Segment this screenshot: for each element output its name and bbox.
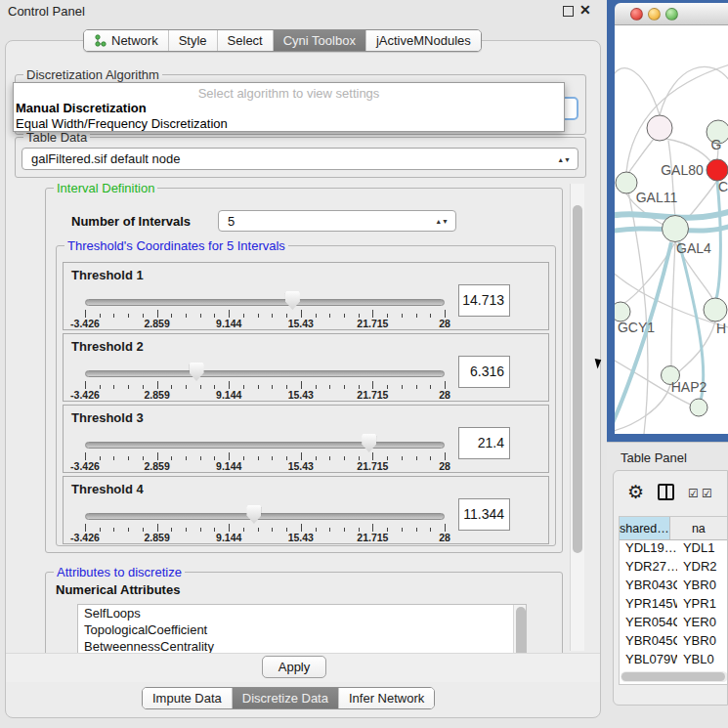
minimize-traffic-light-icon[interactable] — [648, 8, 661, 21]
table-data-group-label: Table Data — [23, 130, 90, 145]
network-node-label: HAP2 — [671, 379, 707, 395]
number-of-intervals-value: 5 — [228, 214, 235, 229]
network-canvas[interactable]: GAL80GCGAL11GAL4GCY1HHAP2 — [615, 25, 728, 434]
slider-scale-labels: -3.4262.8599.14415.4321.71528 — [85, 460, 445, 472]
network-node[interactable] — [647, 115, 672, 141]
apply-button[interactable]: Apply — [262, 656, 326, 678]
tab-infer-network[interactable]: Infer Network — [339, 688, 434, 708]
network-node[interactable] — [663, 216, 689, 242]
table-cell[interactable]: YER0 — [677, 615, 728, 633]
table-row[interactable]: YPR145WYPR1 — [620, 596, 728, 615]
algorithm-popup-placeholder: Select algorithm to view settings — [14, 86, 564, 101]
slider-ticks — [85, 524, 445, 532]
table-cell[interactable]: YBL0 — [677, 652, 728, 670]
network-node[interactable] — [690, 399, 707, 416]
tab-style[interactable]: Style — [169, 30, 218, 51]
attributes-list-scrollbar[interactable] — [513, 605, 526, 653]
table-header-row: shared… na — [620, 517, 728, 540]
table-cell[interactable]: YBR0 — [677, 578, 728, 596]
column-header-name[interactable]: na — [670, 517, 728, 539]
number-of-intervals-combobox[interactable]: 5 ▲▼ — [218, 210, 456, 232]
close-traffic-light-icon[interactable] — [630, 8, 643, 21]
tab-jactivemnodules[interactable]: jActiveMNodules — [366, 30, 481, 51]
split-columns-icon[interactable] — [658, 484, 674, 500]
threshold-3-box: Threshold 3-3.4262.8599.14415.4321.71528… — [63, 405, 549, 473]
gear-icon[interactable]: ⚙ — [627, 483, 644, 501]
network-node[interactable] — [704, 298, 727, 321]
slider-scale-labels: -3.4262.8599.14415.4321.71528 — [85, 318, 445, 329]
attribute-list-item[interactable]: TopologicalCoefficient — [78, 621, 526, 638]
network-window-titlebar[interactable] — [615, 3, 728, 25]
network-view-window: GAL80GCGAL11GAL4GCY1HHAP2 — [607, 0, 728, 442]
close-icon[interactable]: ✕ — [579, 2, 591, 18]
slider-track[interactable] — [85, 299, 445, 306]
numerical-attributes-label: Numerical Attributes — [56, 582, 180, 597]
table-cell[interactable]: YDR2 — [677, 559, 728, 578]
table-row[interactable]: YER054CYER0 — [620, 615, 728, 633]
tab-select[interactable]: Select — [218, 30, 274, 51]
table-cell[interactable]: YBL079W — [620, 652, 677, 670]
network-node-label: GAL4 — [676, 240, 711, 256]
table-row[interactable]: YBR043CYBR0 — [620, 578, 728, 596]
algorithm-dropdown-popup: Select algorithm to view settings Manual… — [13, 82, 565, 132]
threshold-value-field[interactable]: 11.344 — [458, 498, 510, 531]
network-icon — [94, 34, 107, 47]
slider-track[interactable] — [85, 370, 445, 377]
checkbox-icon[interactable]: ☑ — [688, 487, 699, 500]
table-cell[interactable]: YPR145W — [620, 596, 677, 615]
table-cell[interactable]: YBR0 — [677, 633, 728, 652]
table-cell[interactable]: YBR043C — [620, 578, 677, 596]
slider-thumb[interactable] — [246, 505, 261, 524]
control-panel: Control Panel ✕ Network Style Select Cyn… — [0, 0, 607, 728]
attribute-list-item[interactable]: SelfLoops — [78, 605, 526, 621]
threshold-value-field[interactable]: 21.4 — [458, 427, 510, 459]
network-node[interactable] — [616, 172, 637, 193]
slider-ticks — [85, 381, 445, 389]
table-cell[interactable]: YDR27… — [620, 559, 677, 578]
table-row[interactable]: YBR045CYBR0 — [620, 633, 728, 652]
table-row[interactable]: YDL19…YDL1 — [620, 540, 728, 559]
table-data-combobox[interactable]: galFiltered.sif default node ▲▼ — [21, 148, 578, 170]
table-cell[interactable]: YDL19… — [620, 540, 677, 559]
table-cell[interactable]: YER054C — [620, 615, 677, 633]
thresholds-group-label: Threshold's Coordinates for 5 Intervals — [64, 238, 288, 253]
tab-discretize-data[interactable]: Discretize Data — [233, 688, 339, 708]
slider-scale-labels: -3.4262.8599.14415.4321.71528 — [85, 389, 445, 401]
table-panel-titlebar: Table Panel — [607, 442, 728, 470]
threshold-value-field[interactable]: 14.713 — [458, 284, 510, 317]
table-cell[interactable]: YPR1 — [677, 596, 728, 615]
node-table: shared… na YDL19…YDL1YDR27…YDR2YBR043CYB… — [619, 516, 728, 685]
slider-thumb[interactable] — [285, 291, 300, 310]
zoom-traffic-light-icon[interactable] — [665, 8, 678, 21]
column-header-shared-name[interactable]: shared… — [620, 517, 670, 539]
table-horizontal-scrollbar[interactable] — [621, 671, 728, 682]
slider-thumb[interactable] — [190, 363, 204, 381]
tab-cyni-toolbox[interactable]: Cyni Toolbox — [274, 30, 366, 51]
tab-network[interactable]: Network — [84, 30, 169, 51]
slider-thumb[interactable] — [362, 434, 376, 452]
algorithm-option-manual[interactable]: Manual Discretization — [14, 101, 564, 116]
attribute-list-item[interactable]: BetweennessCentrality — [78, 638, 526, 653]
table-cell[interactable]: YDL1 — [677, 540, 728, 559]
tab-impute-data[interactable]: Impute Data — [143, 688, 233, 708]
slider-track[interactable] — [85, 442, 445, 449]
slider-track[interactable] — [85, 513, 445, 520]
checkbox-icon[interactable]: ☑ — [702, 487, 712, 500]
network-node[interactable] — [707, 159, 728, 181]
control-panel-title: Control Panel — [8, 4, 85, 19]
table-row[interactable]: YDR27…YDR2 — [620, 559, 728, 578]
slider-scale-labels: -3.4262.8599.14415.4321.71528 — [85, 532, 445, 543]
discretization-algorithm-group-label: Discretization Algorithm — [23, 67, 162, 82]
threshold-value-field[interactable]: 6.316 — [458, 356, 510, 388]
table-row[interactable]: YBL079WYBL0 — [620, 652, 728, 670]
network-node[interactable] — [615, 302, 630, 321]
algorithm-option-equal-width[interactable]: Equal Width/Frequency Discretization — [14, 116, 564, 132]
float-window-icon[interactable] — [563, 6, 574, 17]
network-node-label: C — [718, 179, 728, 194]
network-node-label: G — [711, 137, 722, 152]
table-cell[interactable]: YBR045C — [620, 633, 677, 652]
settings-scrollbar[interactable] — [570, 184, 584, 651]
threshold-1-box: Threshold 1-3.4262.8599.14415.4321.71528… — [63, 262, 549, 330]
threshold-label: Threshold 2 — [71, 339, 144, 354]
numerical-attributes-list[interactable]: SelfLoopsTopologicalCoefficientBetweenne… — [77, 604, 527, 653]
